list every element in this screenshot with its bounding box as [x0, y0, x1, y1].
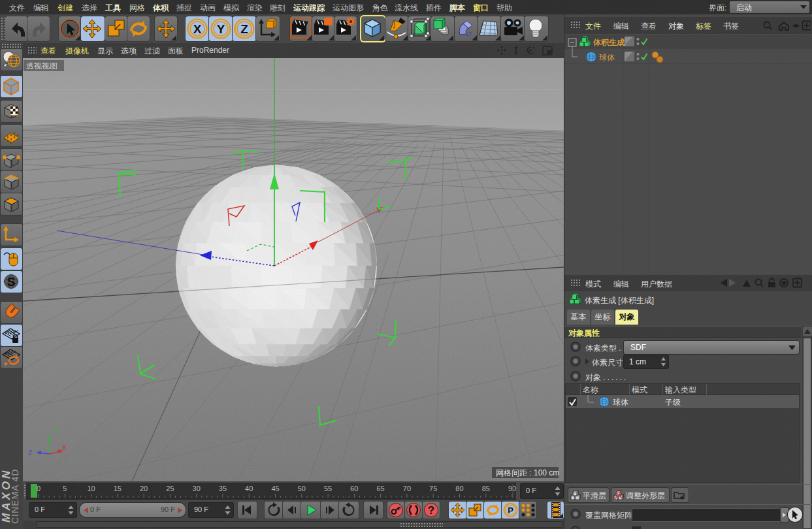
svg-text:透视视图: 透视视图 — [26, 61, 57, 71]
svg-text:网格间距 : 100 cm: 网格间距 : 100 cm — [496, 468, 559, 477]
svg-text:S: S — [7, 275, 16, 289]
svg-text:P: P — [508, 505, 513, 515]
svg-text:Z: Z — [240, 22, 248, 36]
svg-text:?: ? — [428, 504, 434, 517]
svg-text:Y: Y — [217, 22, 225, 36]
svg-text:X: X — [193, 22, 202, 36]
